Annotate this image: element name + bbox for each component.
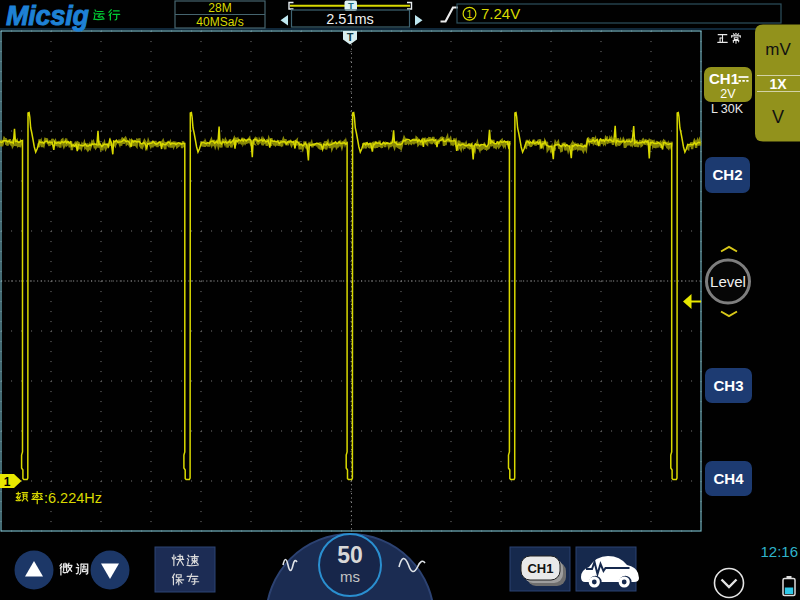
svg-text:Micsig: Micsig bbox=[6, 1, 90, 31]
svg-text:1: 1 bbox=[4, 475, 11, 489]
svg-text:1: 1 bbox=[467, 8, 473, 20]
svg-text:1X: 1X bbox=[769, 76, 787, 92]
svg-text:12:16: 12:16 bbox=[760, 543, 798, 560]
svg-text:mV: mV bbox=[765, 40, 791, 59]
svg-text:L 30K: L 30K bbox=[711, 102, 744, 116]
svg-text:28M: 28M bbox=[208, 1, 231, 15]
svg-text:2.51ms: 2.51ms bbox=[326, 11, 374, 27]
svg-text:40MSa/s: 40MSa/s bbox=[196, 15, 243, 29]
svg-text:7.24V: 7.24V bbox=[481, 5, 520, 22]
svg-text:V: V bbox=[772, 107, 784, 127]
svg-text:CH1: CH1 bbox=[709, 70, 739, 87]
svg-text:T: T bbox=[347, 31, 354, 43]
svg-text:ms: ms bbox=[340, 568, 360, 585]
svg-text:50: 50 bbox=[337, 542, 363, 568]
svg-text:Level: Level bbox=[710, 273, 746, 290]
svg-text:CH1: CH1 bbox=[527, 561, 553, 576]
svg-text::6.224Hz: :6.224Hz bbox=[44, 490, 102, 506]
svg-text:2V: 2V bbox=[720, 87, 736, 101]
